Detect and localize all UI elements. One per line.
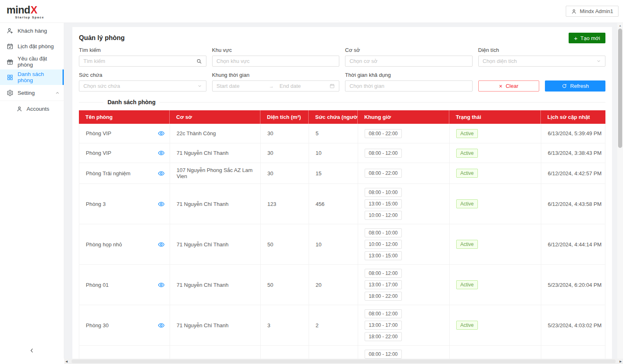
updated-at-cell: 6/12/2024, 9:54:36 AM	[541, 346, 606, 359]
section-divider: Danh sách phòng	[79, 99, 605, 105]
sidebar-item-setting[interactable]: Setting	[0, 85, 64, 100]
room-name-cell: Phòng VIP	[79, 143, 170, 163]
scroll-up-icon[interactable]: ▲	[617, 23, 623, 28]
horizontal-scrollbar[interactable]: ◀ ▶	[64, 359, 623, 364]
create-new-button[interactable]: + Tạo mới	[569, 33, 605, 43]
status-cell: Active	[450, 305, 541, 345]
view-room-icon[interactable]	[158, 201, 165, 208]
sidebar-item-label: Yêu cầu đặt phòng	[18, 56, 60, 68]
view-room-icon[interactable]	[158, 150, 165, 156]
vertical-scrollbar[interactable]: ▲	[617, 23, 623, 359]
region-input[interactable]	[217, 58, 335, 64]
column-header: Khung giờ	[358, 110, 449, 124]
sidebar-item-yeu-cau-dat-phong[interactable]: Yêu cầu đặt phòng	[0, 54, 64, 69]
sidebar-item-label: Setting	[18, 90, 51, 96]
updated-at-cell: 6/13/2024, 5:39:49 PM	[541, 124, 606, 143]
sidebar-item-danh-sach-phong[interactable]: Danh sách phòng	[0, 69, 64, 85]
capacity-select[interactable]: Chọn sức chứa	[79, 80, 206, 92]
sidebar-item-khach-hang[interactable]: Khách hàng	[0, 23, 64, 38]
area-cell: 30	[261, 124, 309, 143]
table-body: Phòng VIP22c Thành Công30508:00 - 22:00A…	[79, 124, 605, 359]
time-slot-chip: 13:00 - 17:00	[365, 280, 402, 289]
view-room-icon[interactable]	[158, 241, 165, 248]
filters: Tìm kiếm Khu vực Cơ sở	[79, 47, 605, 92]
date-range-picker[interactable]: Start date → End date	[212, 80, 340, 92]
time-slots-cell: 08:00 - 10:0013:00 - 15:0010:00 - 12:00	[358, 184, 450, 224]
view-room-icon[interactable]	[158, 170, 165, 177]
calendar-icon[interactable]	[329, 83, 335, 89]
facility-input[interactable]	[350, 58, 468, 64]
horizontal-scrollbar-thumb[interactable]	[72, 360, 616, 363]
user-menu-button[interactable]: Mindx Admin1	[566, 6, 619, 17]
capacity-label: Sức chứa	[79, 72, 206, 78]
updated-at-cell: 6/12/2024, 4:42:57 PM	[541, 163, 606, 183]
size-select-placeholder: Chọn diện tích	[483, 58, 594, 64]
time-range-label: Khung thời gian	[212, 72, 340, 78]
user-name-label: Mindx Admin1	[580, 8, 613, 14]
time-slot-chip: 08:00 - 12:00	[365, 350, 402, 359]
room-name: Phòng họp nhỏ	[86, 241, 122, 248]
time-slot-chip: 13:00 - 17:00	[365, 321, 402, 330]
vertical-scrollbar-thumb[interactable]	[618, 29, 622, 148]
column-header: Tên phòng	[79, 110, 170, 124]
search-input[interactable]	[83, 58, 193, 64]
status-badge: Active	[456, 199, 478, 208]
time-slots-cell: 08:00 - 12:0013:00 - 17:0018:00 - 22:00	[358, 265, 450, 305]
scroll-right-icon[interactable]: ▶	[620, 360, 622, 363]
filter-buttons: × Clear Refresh	[478, 72, 606, 92]
updated-at-cell: 6/12/2024, 4:43:58 PM	[541, 184, 606, 224]
size-select[interactable]: Chọn diện tích	[478, 56, 606, 67]
sidebar: Khách hàng Lịch đặt phòng Yêu cầu đặt ph…	[0, 23, 64, 359]
column-header: Diện tích (m²)	[260, 110, 309, 124]
sidebar-item-accounts[interactable]: Accounts	[0, 101, 64, 116]
chevron-down-icon	[596, 59, 601, 63]
area-cell: 30	[261, 143, 309, 163]
sidebar-collapse-button[interactable]	[0, 346, 64, 355]
clear-button[interactable]: × Clear	[478, 80, 540, 92]
search-icon[interactable]	[196, 58, 202, 64]
room-name: Phòng 30	[86, 322, 109, 328]
time-slots-cell: 08:00 - 12:0013:00 - 17:0018:00 - 22:00	[358, 346, 450, 359]
capacity-select-placeholder: Chọn sức chứa	[83, 83, 194, 89]
filter-available-time: Thời gian khả dụng	[345, 72, 473, 92]
top-bar: mindX Startup Space Mindx Admin1	[0, 0, 623, 23]
logo-text-x: X	[31, 4, 37, 16]
available-time-input[interactable]	[350, 83, 468, 89]
time-slots-cell: 08:00 - 10:0010:00 - 12:0013:00 - 15:00	[358, 224, 450, 264]
region-label: Khu vực	[212, 47, 340, 53]
logo-text-mind: mind	[7, 4, 30, 16]
user-icon	[571, 9, 577, 14]
sidebar-item-lich-dat-phong[interactable]: Lịch đặt phòng	[0, 38, 64, 54]
time-slot-chip: 18:00 - 22:00	[365, 332, 402, 341]
room-name: Phòng VIP	[86, 150, 111, 156]
room-name-cell: Phòng họp nhỏ	[79, 224, 170, 264]
facility-cell: 107 Nguyễn Phong Sắc AZ Lam Vien	[170, 163, 261, 183]
column-header: Lịch sử cập nhật	[541, 110, 605, 124]
table-header-row: Tên phòngCơ sởDiện tích (m²)Sức chứa (ng…	[79, 110, 605, 124]
range-arrow-icon: →	[267, 83, 276, 89]
time-slot-chip: 08:00 - 22:00	[365, 129, 402, 138]
view-room-icon[interactable]	[158, 281, 165, 288]
view-room-icon[interactable]	[158, 130, 165, 137]
time-slot-chip: 08:00 - 10:00	[365, 188, 402, 197]
time-slot-chip: 13:00 - 15:00	[365, 251, 402, 260]
capacity-cell: 10	[309, 143, 358, 163]
refresh-button[interactable]: Refresh	[545, 80, 605, 92]
person-icon	[16, 106, 22, 112]
facility-cell: 71 Nguyễn Chí Thanh	[170, 143, 261, 163]
scroll-left-icon[interactable]: ◀	[65, 360, 67, 363]
size-label: Diện tích	[478, 47, 606, 53]
capacity-cell: 10	[309, 224, 358, 264]
area-cell: 50	[261, 224, 309, 264]
status-cell: Active	[450, 346, 541, 359]
time-slot-chip: 18:00 - 22:00	[365, 292, 402, 301]
area-cell: 3	[261, 305, 309, 345]
capacity-cell: 456	[309, 184, 358, 224]
room-name: Phòng 3	[86, 201, 105, 207]
facility-cell: 71 Nguyễn Chí Thanh	[170, 346, 261, 359]
time-slots-cell: 08:00 - 22:00	[358, 124, 450, 143]
page-title: Quản lý phòng	[79, 33, 125, 42]
capacity-cell: 20	[309, 265, 358, 305]
view-room-icon[interactable]	[158, 322, 165, 329]
status-badge: Active	[456, 280, 478, 289]
